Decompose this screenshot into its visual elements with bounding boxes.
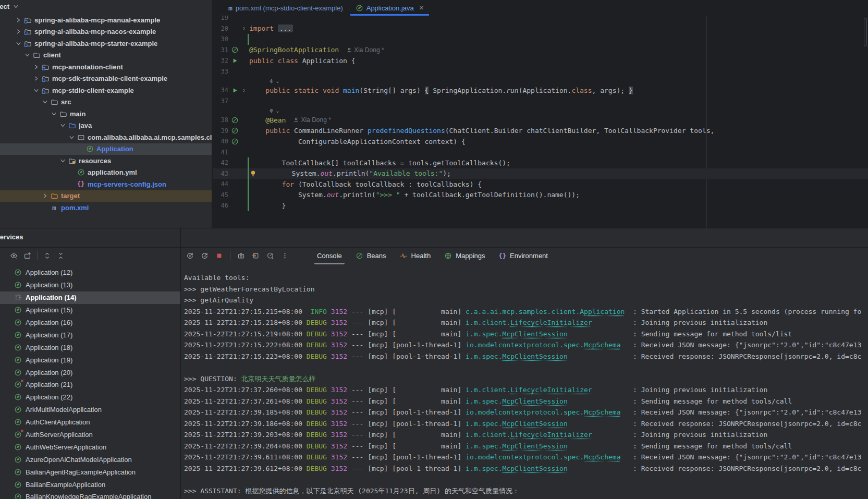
services-tab-plus-icon[interactable] [23, 252, 31, 260]
tree-item-spring-ai-alibaba-mcp-manual-example[interactable]: spring-ai-alibaba-mcp-manual-example [0, 14, 212, 26]
tree-item-mcp-stdio-client-example[interactable]: mcp-stdio-client-example [0, 84, 212, 96]
close-icon[interactable]: ✕ [419, 5, 424, 11]
console-tab-beans[interactable]: Beans [349, 248, 393, 264]
run-icon[interactable] [231, 87, 239, 94]
service-item-application-22-[interactable]: Application (22) [0, 391, 180, 404]
service-item-application-14-[interactable]: Application (14) [0, 291, 180, 304]
service-item-bailianexampleapplication[interactable]: BailianExampleApplication [0, 478, 180, 491]
tree-item-application-yml[interactable]: application.yml [0, 167, 212, 179]
chevron-down-icon[interactable] [59, 121, 67, 129]
bean-icon[interactable] [231, 116, 239, 124]
chevron-right-icon[interactable] [241, 88, 247, 93]
service-item-application-17-[interactable]: Application (17) [0, 328, 180, 341]
service-item-application-20-[interactable]: Application (20) [0, 366, 180, 379]
code-editor[interactable]: 1920import ...3031@SpringBootApplication… [213, 13, 868, 211]
services-cut-icon[interactable] [0, 252, 4, 260]
bean-icon[interactable] [231, 138, 239, 145]
editor-scrollbar[interactable] [864, 18, 867, 46]
ide-window: Project spring-ai-alibaba-mcp-manual-exa… [0, 0, 868, 499]
bean-icon[interactable] [231, 127, 239, 135]
line-number: 42 [213, 159, 228, 166]
services-eye-icon[interactable] [10, 252, 18, 260]
tree-item-pom-xml[interactable]: mpom.xml [0, 202, 212, 214]
chevron-right-icon[interactable] [32, 75, 40, 82]
service-item-authserverapplication[interactable]: ✕AuthServerApplication [0, 429, 180, 441]
services-panel-title: Services [0, 233, 23, 241]
intention-bulb-icon[interactable] [249, 169, 257, 177]
tree-item-com-alibaba-alibaba-ai-mcp-samples-client[interactable]: com.alibaba.alibaba.ai.mcp.samples.clien… [0, 131, 212, 143]
editor-tab-pom-xml[interactable]: mpom.xml (mcp-stdio-client-example) [222, 0, 349, 16]
console-output[interactable]: Available tools:>>> getWeatherForecastBy… [184, 272, 868, 496]
console-gauge-icon[interactable] [266, 252, 274, 260]
tree-item-mcp-servers-config-json[interactable]: {}mcp-servers-config.json [0, 178, 212, 190]
project-tree: spring-ai-alibaba-mcp-manual-examplespri… [0, 14, 212, 214]
tree-item-mcp-sdk-streamable-client-example[interactable]: mcp-sdk-streamable-client-example [0, 73, 212, 85]
chevron-down-icon[interactable] [23, 51, 31, 59]
service-item-bailianagentragexampleapplication[interactable]: BailianAgentRagExampleApplication [0, 466, 180, 478]
console-tab-health[interactable]: Health [393, 248, 438, 264]
services-toolbar [0, 248, 65, 264]
service-item-azureopenaichatmodelapplication[interactable]: AzureOpenAiChatModelApplication [0, 453, 180, 466]
chevron-right-icon[interactable] [241, 26, 247, 31]
chevron-right-icon[interactable] [32, 63, 40, 71]
tree-item-target[interactable]: target [0, 190, 212, 202]
console-camera-icon[interactable] [237, 252, 245, 260]
console-rerun-update-icon[interactable] [201, 252, 209, 260]
console-tab-mappings[interactable]: Mappings [437, 248, 492, 264]
gear-icon [268, 108, 274, 114]
tree-item-main[interactable]: main [0, 108, 212, 120]
editor-tab-application-java[interactable]: Application.java✕ [349, 0, 430, 16]
chevron-down-icon[interactable] [59, 157, 67, 165]
service-item-application-21-[interactable]: ✕Application (21) [0, 379, 180, 391]
service-item-application-12-[interactable]: Application (12) [0, 266, 180, 279]
services-collapse-icon[interactable] [57, 252, 65, 260]
run-icon[interactable] [231, 57, 239, 65]
service-item-authwebserverapplication[interactable]: AuthWebServerApplication [0, 441, 180, 453]
chevron-down-icon[interactable] [50, 110, 58, 118]
service-item-application-13-[interactable]: Application (13) [0, 279, 180, 291]
author-code-vision[interactable]: Xia Dong * [293, 116, 331, 124]
chevron-right-icon[interactable] [41, 192, 49, 200]
console-stop-icon[interactable] [215, 252, 223, 260]
chevron-down-icon: ⌄ [275, 108, 279, 114]
service-item-label: Application (13) [26, 281, 72, 289]
resources-icon [68, 157, 76, 165]
service-item-application-15-[interactable]: Application (15) [0, 304, 180, 317]
console-rerun-icon[interactable] [186, 252, 194, 260]
folder-icon [59, 110, 67, 118]
tree-item-resources[interactable]: resources [0, 155, 212, 167]
chevron-right-icon[interactable] [15, 28, 22, 35]
code-line-41: 41 [213, 147, 868, 158]
tree-item-mcp-annotation-client[interactable]: mcp-annotation-client [0, 61, 212, 73]
chevron-right-icon[interactable] [15, 16, 22, 24]
chevron-down-icon[interactable] [32, 87, 40, 94]
project-panel-header[interactable]: Project [0, 3, 20, 10]
author-code-vision[interactable]: Xia Dong * [346, 46, 384, 54]
chevron-down-icon[interactable] [68, 133, 76, 141]
code-vision-inlay[interactable]: ⌄ [213, 106, 868, 115]
service-item-application-18-[interactable]: Application (18) [0, 341, 180, 354]
tree-item-src[interactable]: src [0, 96, 212, 108]
chevron-down-icon[interactable] [41, 98, 49, 106]
tree-item-java[interactable]: java [0, 120, 212, 132]
tree-item-client[interactable]: client [0, 50, 212, 62]
tree-item-spring-ai-alibaba-mcp-nacos-example[interactable]: spring-ai-alibaba-mcp-nacos-example [0, 26, 212, 38]
service-item-bailianknowledgeragexampleapplication[interactable]: BailianKnowledgeRagExampleApplication [0, 491, 180, 499]
module-icon [24, 28, 32, 35]
service-item-application-19-[interactable]: Application (19) [0, 354, 180, 366]
bean-icon[interactable] [231, 46, 239, 54]
services-expand-icon[interactable] [43, 252, 51, 260]
chevron-down-icon[interactable] [15, 40, 22, 47]
service-item-authclientapplication[interactable]: AuthClientApplication [0, 416, 180, 429]
tree-item-label: target [61, 192, 80, 200]
service-item-application-16-[interactable]: Application (16) [0, 317, 180, 329]
console-exit-icon[interactable] [252, 252, 260, 260]
tree-item-spring-ai-alibaba-mcp-starter-example[interactable]: spring-ai-alibaba-mcp-starter-example [0, 38, 212, 50]
toolbar-divider [37, 251, 38, 260]
console-tab-console[interactable]: Console [310, 248, 349, 264]
console-kebab-icon[interactable] [281, 252, 289, 260]
service-item-arkmultimodelapplication[interactable]: ArkMultiModelApplication [0, 404, 180, 416]
console-tab-environment[interactable]: {}Environment [492, 248, 555, 264]
tree-item-application[interactable]: Application [0, 143, 212, 155]
code-vision-inlay[interactable]: ⌄ [213, 77, 868, 85]
